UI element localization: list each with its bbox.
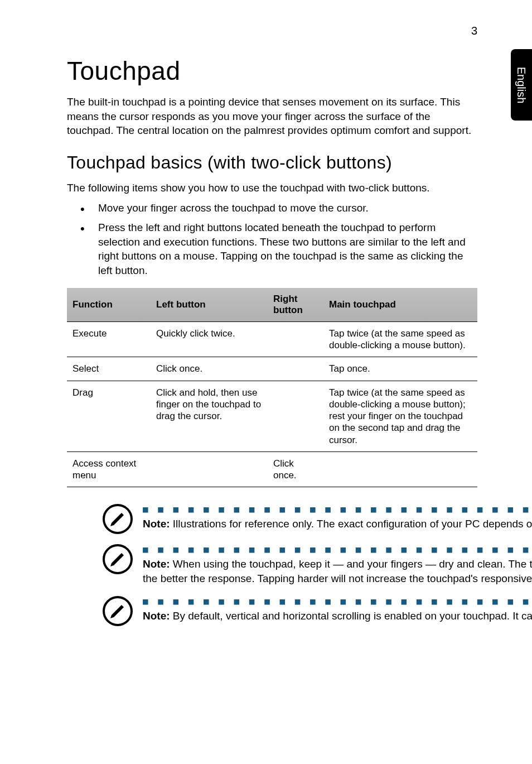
- list-item: Move your finger across the touchpad to …: [67, 201, 477, 215]
- table-row: Drag Click and hold, then use finger on …: [67, 381, 477, 451]
- cell-left: Click and hold, then use finger on the t…: [151, 381, 268, 451]
- dotted-separator: ■ ■ ■ ■ ■ ■ ■ ■ ■ ■ ■ ■ ■ ■ ■ ■ ■ ■ ■ ■ …: [143, 596, 532, 607]
- table-row: Execute Quickly click twice. Tap twice (…: [67, 321, 477, 357]
- pencil-circle-icon: [103, 596, 133, 626]
- note-text: Note: Illustrations for reference only. …: [143, 517, 532, 531]
- language-tab-label: English: [515, 66, 528, 103]
- note-label: Note:: [143, 518, 170, 530]
- note-text: Note: By default, vertical and horizonta…: [143, 609, 532, 623]
- note-block: ■ ■ ■ ■ ■ ■ ■ ■ ■ ■ ■ ■ ■ ■ ■ ■ ■ ■ ■ ■ …: [103, 544, 477, 585]
- note-block: ■ ■ ■ ■ ■ ■ ■ ■ ■ ■ ■ ■ ■ ■ ■ ■ ■ ■ ■ ■ …: [103, 504, 477, 534]
- note-body: By default, vertical and horizontal scro…: [170, 610, 532, 622]
- cell-main: [323, 451, 477, 487]
- cell-function: Select: [67, 357, 151, 381]
- section-intro: The following items show you how to use …: [67, 181, 477, 195]
- cell-main: Tap twice (at the same speed as double-c…: [323, 381, 477, 451]
- cell-left: [151, 451, 268, 487]
- note-text: Note: When using the touchpad, keep it —…: [143, 557, 532, 585]
- cell-function: Access context menu: [67, 451, 151, 487]
- note-label: Note:: [143, 610, 170, 622]
- pencil-circle-icon: [103, 504, 133, 534]
- note-block: ■ ■ ■ ■ ■ ■ ■ ■ ■ ■ ■ ■ ■ ■ ■ ■ ■ ■ ■ ■ …: [103, 596, 477, 626]
- page-title: Touchpad: [67, 56, 477, 86]
- cell-left: Click once.: [151, 357, 268, 381]
- table-row: Select Click once. Tap once.: [67, 357, 477, 381]
- note-content: ■ ■ ■ ■ ■ ■ ■ ■ ■ ■ ■ ■ ■ ■ ■ ■ ■ ■ ■ ■ …: [143, 544, 532, 585]
- note-icon: [103, 544, 133, 574]
- note-content: ■ ■ ■ ■ ■ ■ ■ ■ ■ ■ ■ ■ ■ ■ ■ ■ ■ ■ ■ ■ …: [143, 596, 532, 623]
- dotted-separator: ■ ■ ■ ■ ■ ■ ■ ■ ■ ■ ■ ■ ■ ■ ■ ■ ■ ■ ■ ■ …: [143, 544, 532, 555]
- col-left-button: Left button: [151, 288, 268, 322]
- note-icon: [103, 504, 133, 534]
- dotted-separator: ■ ■ ■ ■ ■ ■ ■ ■ ■ ■ ■ ■ ■ ■ ■ ■ ■ ■ ■ ■ …: [143, 504, 532, 515]
- cell-right: [268, 381, 323, 451]
- note-body: When using the touchpad, keep it — and y…: [143, 558, 532, 584]
- col-main-touchpad: Main touchpad: [323, 288, 477, 322]
- note-label: Note:: [143, 558, 170, 570]
- note-content: ■ ■ ■ ■ ■ ■ ■ ■ ■ ■ ■ ■ ■ ■ ■ ■ ■ ■ ■ ■ …: [143, 504, 532, 531]
- note-body: Illustrations for reference only. The ex…: [170, 518, 532, 530]
- cell-main: Tap once.: [323, 357, 477, 381]
- cell-left: Quickly click twice.: [151, 321, 268, 357]
- col-right-button: Right button: [268, 288, 323, 322]
- col-function: Function: [67, 288, 151, 322]
- function-table: Function Left button Right button Main t…: [67, 288, 477, 488]
- intro-paragraph: The built-in touchpad is a pointing devi…: [67, 95, 477, 138]
- language-tab: English: [511, 49, 532, 121]
- list-item: Press the left and right buttons located…: [67, 220, 477, 278]
- cell-function: Drag: [67, 381, 151, 451]
- cell-right: [268, 321, 323, 357]
- cell-main: Tap twice (at the same speed as double-c…: [323, 321, 477, 357]
- table-header-row: Function Left button Right button Main t…: [67, 288, 477, 322]
- cell-function: Execute: [67, 321, 151, 357]
- page-number: 3: [471, 25, 477, 37]
- cell-right: [268, 357, 323, 381]
- bullet-list: Move your finger across the touchpad to …: [67, 201, 477, 278]
- cell-right: Click once.: [268, 451, 323, 487]
- section-heading: Touchpad basics (with two-click buttons): [67, 152, 477, 173]
- pencil-circle-icon: [103, 544, 133, 574]
- table-row: Access context menu Click once.: [67, 451, 477, 487]
- note-icon: [103, 596, 133, 626]
